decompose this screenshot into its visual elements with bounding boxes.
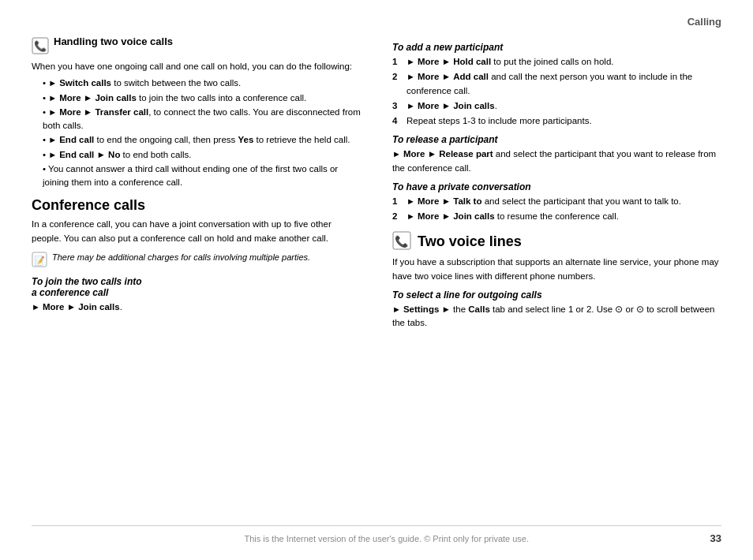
two-voice-title: Two voice lines xyxy=(418,233,522,250)
handling-item-3: ► More ► Transfer call, to connect the t… xyxy=(43,106,361,133)
add-step-3: 3 ► More ► Join calls. xyxy=(392,99,721,113)
add-participant-title: To add a new participant xyxy=(392,42,721,53)
join-subtitle: To join the two calls into a conference … xyxy=(32,276,361,298)
two-voice-header: 📞 Two voice lines xyxy=(392,231,721,252)
left-column: 📞 Handling two voice calls When you have… xyxy=(32,35,369,517)
select-line-section: To select a line for outgoing calls ► Se… xyxy=(392,289,721,330)
handling-item-1: ► Switch calls to switch between the two… xyxy=(43,77,361,90)
handling-list: ► Switch calls to switch between the two… xyxy=(43,77,361,189)
arrow-1: ► xyxy=(48,78,59,88)
add-step-4: 4 Repeat steps 1-3 to include more parti… xyxy=(392,114,721,128)
select-line-text: ► Settings ► the Calls tab and select li… xyxy=(392,303,721,330)
handling-section-header: 📞 Handling two voice calls xyxy=(32,35,361,57)
phone-icon-wrap: 📞 xyxy=(32,37,49,57)
handling-item-6: You cannot answer a third call without e… xyxy=(43,162,361,190)
private-title: To have a private conversation xyxy=(392,181,721,192)
handling-item-5: ► End call ► No to end both calls. xyxy=(43,148,361,162)
two-voice-section: 📞 Two voice lines If you have a subscrip… xyxy=(392,231,721,283)
private-section: To have a private conversation 1 ► More … xyxy=(392,181,721,224)
conference-section: Conference calls In a conference call, y… xyxy=(32,197,361,245)
two-voice-intro: If you have a subscription that supports… xyxy=(392,256,721,283)
footer-text: This is the Internet version of the user… xyxy=(63,534,710,543)
page-footer: This is the Internet version of the user… xyxy=(32,525,721,544)
svg-text:📞: 📞 xyxy=(34,39,47,53)
add-step-2: 2 ► More ► Add call and call the next pe… xyxy=(392,70,721,98)
add-steps-list: 1 ► More ► Hold call to put the joined c… xyxy=(392,55,721,128)
note-box: 📝 There may be additional charges for ca… xyxy=(32,252,361,270)
release-title: To release a participant xyxy=(392,134,721,145)
add-step-1: 1 ► More ► Hold call to put the joined c… xyxy=(392,55,721,69)
handling-title: Handling two voice calls xyxy=(54,35,173,47)
right-column: To add a new participant 1 ► More ► Hold… xyxy=(384,35,721,517)
page: Calling 📞 Handling two voice calls When … xyxy=(0,0,753,560)
note-icon: 📝 xyxy=(32,252,47,270)
content-area: 📞 Handling two voice calls When you have… xyxy=(32,35,721,517)
conference-title: Conference calls xyxy=(32,197,361,214)
release-text: ► More ► Release part and select the par… xyxy=(392,147,721,175)
add-participant-section: To add a new participant 1 ► More ► Hold… xyxy=(392,42,721,128)
release-section: To release a participant ► More ► Releas… xyxy=(392,134,721,175)
page-section-title: Calling xyxy=(687,16,721,28)
phone-icon: 📞 xyxy=(32,37,49,54)
join-subsection: To join the two calls into a conference … xyxy=(32,276,361,314)
private-step-2: 2 ► More ► Join calls to resume the conf… xyxy=(392,210,721,223)
join-text: ► More ► Join calls. xyxy=(32,301,361,314)
two-voice-icon-wrap: 📞 xyxy=(392,231,411,252)
page-number: 33 xyxy=(710,532,721,544)
private-steps-list: 1 ► More ► Talk to and select the partic… xyxy=(392,195,721,224)
svg-text:📝: 📝 xyxy=(34,255,45,266)
handling-intro: When you have one ongoing call and one c… xyxy=(32,60,361,73)
handling-item-2: ► More ► Join calls to join the two call… xyxy=(43,91,361,105)
private-step-1: 1 ► More ► Talk to and select the partic… xyxy=(392,195,721,208)
note-text: There may be additional charges for call… xyxy=(52,252,310,263)
select-line-title: To select a line for outgoing calls xyxy=(392,289,721,301)
page-header: Calling xyxy=(32,16,721,28)
handling-item-4: ► End call to end the ongoing call, then… xyxy=(43,133,361,147)
two-voice-icon: 📞 xyxy=(392,231,411,250)
svg-text:📞: 📞 xyxy=(395,235,409,248)
conference-intro: In a conference call, you can have a joi… xyxy=(32,218,361,245)
